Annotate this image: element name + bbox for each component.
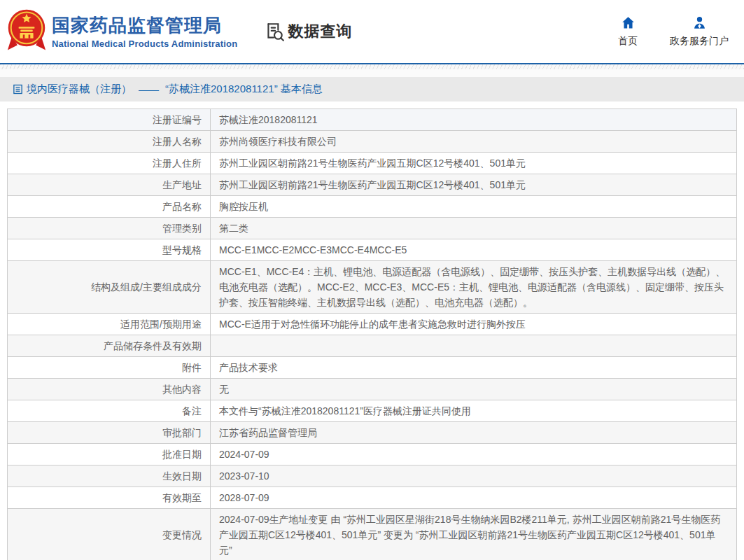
field-label: 管理类别 bbox=[8, 218, 211, 239]
table-row: 注册人名称苏州尚领医疗科技有限公司 bbox=[8, 131, 737, 153]
table-row: 批准日期2024-07-09 bbox=[8, 444, 737, 465]
site-header: 国家药品监督管理局 National Medical Products Admi… bbox=[0, 0, 744, 63]
field-label: 批准日期 bbox=[8, 444, 211, 465]
spacer bbox=[0, 102, 744, 108]
home-icon bbox=[621, 15, 636, 30]
registration-info-table: 注册证编号苏械注准20182081121注册人名称苏州尚领医疗科技有限公司注册人… bbox=[7, 108, 737, 560]
main-content: 注册证编号苏械注准20182081121注册人名称苏州尚领医疗科技有限公司注册人… bbox=[0, 108, 744, 560]
field-label: 生效日期 bbox=[8, 465, 211, 487]
table-row: 其他内容无 bbox=[8, 379, 737, 400]
field-label: 其他内容 bbox=[8, 379, 211, 400]
field-value: MCC-E1、MCC-E4：主机、锂电池、电源适配器（含电源线）、固定绷带、按压… bbox=[211, 261, 737, 314]
breadcrumb-separator: —— bbox=[139, 83, 158, 95]
registration-info-table-body: 注册证编号苏械注准20182081121注册人名称苏州尚领医疗科技有限公司注册人… bbox=[8, 109, 737, 560]
table-row: 型号规格MCC-E1MCC-E2MCC-E3MCC-E4MCC-E5 bbox=[8, 239, 737, 261]
field-value bbox=[211, 335, 737, 357]
table-row: 适用范围/预期用途MCC-E适用于对急性循环功能停止的成年患者实施急救时进行胸外… bbox=[8, 314, 737, 335]
field-label: 生产地址 bbox=[8, 174, 211, 196]
field-value: 江苏省药品监督管理局 bbox=[211, 422, 737, 444]
nav-gov-portal-label: 政务服务门户 bbox=[670, 35, 729, 48]
spacer bbox=[0, 69, 744, 77]
field-label: 注册证编号 bbox=[8, 109, 211, 131]
field-label: 型号规格 bbox=[8, 239, 211, 261]
hatch-band bbox=[0, 64, 744, 69]
field-value: 无 bbox=[211, 379, 737, 400]
field-value: 苏州尚领医疗科技有限公司 bbox=[211, 131, 737, 153]
field-value: 2028-07-09 bbox=[211, 487, 737, 509]
table-row: 生产地址苏州工业园区朝前路21号生物医药产业园五期C区12号楼401、501单元 bbox=[8, 174, 737, 196]
agency-title-block: 国家药品监督管理局 National Medical Products Admi… bbox=[52, 14, 237, 49]
field-label: 产品储存条件及有效期 bbox=[8, 335, 211, 357]
field-label: 审批部门 bbox=[8, 422, 211, 444]
field-value: 本文件与“苏械注准20182081121”医疗器械注册证共同使用 bbox=[211, 400, 737, 422]
field-value: 苏械注准20182081121 bbox=[211, 109, 737, 131]
field-value: 2023-07-10 bbox=[211, 465, 737, 487]
field-value: 产品技术要求 bbox=[211, 357, 737, 379]
nav-home-label: 首页 bbox=[618, 35, 638, 48]
table-row: 附件产品技术要求 bbox=[8, 357, 737, 379]
table-row: 审批部门江苏省药品监督管理局 bbox=[8, 422, 737, 444]
table-row: 产品名称胸腔按压机 bbox=[8, 196, 737, 218]
breadcrumb-current: “苏械注准20182081121” 基本信息 bbox=[165, 83, 323, 96]
page: 国家药品监督管理局 National Medical Products Admi… bbox=[0, 0, 744, 560]
field-label: 适用范围/预期用途 bbox=[8, 314, 211, 335]
field-value: 苏州工业园区朝前路21号生物医药产业园五期C区12号楼401、501单元 bbox=[211, 174, 737, 196]
field-value: 2024-07-09 bbox=[211, 444, 737, 465]
field-value: MCC-E1MCC-E2MCC-E3MCC-E4MCC-E5 bbox=[211, 239, 737, 261]
table-row: 结构及组成/主要组成成分MCC-E1、MCC-E4：主机、锂电池、电源适配器（含… bbox=[8, 261, 737, 314]
field-label: 注册人名称 bbox=[8, 131, 211, 153]
breadcrumb: 境内医疗器械（注册） —— “苏械注准20182081121” 基本信息 bbox=[0, 77, 744, 102]
table-row: 注册人住所苏州工业园区朝前路21号生物医药产业园五期C区12号楼401、501单… bbox=[8, 153, 737, 174]
field-value: 第二类 bbox=[211, 218, 737, 239]
nav-gov-portal[interactable]: 政务服务门户 bbox=[670, 15, 729, 48]
field-label: 结构及组成/主要组成成分 bbox=[8, 261, 211, 314]
user-icon bbox=[692, 15, 707, 30]
header-nav: 首页 政务服务门户 bbox=[618, 15, 729, 48]
table-row: 注册证编号苏械注准20182081121 bbox=[8, 109, 737, 131]
nav-home[interactable]: 首页 bbox=[618, 15, 638, 48]
table-row: 有效期至2028-07-09 bbox=[8, 487, 737, 509]
field-label: 产品名称 bbox=[8, 196, 211, 218]
field-value: MCC-E适用于对急性循环功能停止的成年患者实施急救时进行胸外按压 bbox=[211, 314, 737, 335]
field-value: 2024-07-09生产地址变更 由 “苏州工业园区星湖街218号生物纳米园B2… bbox=[211, 509, 737, 560]
field-label: 有效期至 bbox=[8, 487, 211, 509]
agency-title-cn: 国家药品监督管理局 bbox=[52, 14, 237, 36]
field-value: 苏州工业园区朝前路21号生物医药产业园五期C区12号楼401、501单元 bbox=[211, 153, 737, 174]
list-icon bbox=[13, 84, 23, 94]
breadcrumb-category[interactable]: 境内医疗器械（注册） bbox=[27, 83, 132, 96]
table-row: 备注本文件与“苏械注准20182081121”医疗器械注册证共同使用 bbox=[8, 400, 737, 422]
doc-search-icon bbox=[264, 21, 285, 42]
agency-title-en: National Medical Products Administration bbox=[52, 38, 237, 49]
field-label: 注册人住所 bbox=[8, 153, 211, 174]
table-row: 产品储存条件及有效期 bbox=[8, 335, 737, 357]
national-emblem-logo bbox=[7, 7, 46, 57]
table-row: 变更情况2024-07-09生产地址变更 由 “苏州工业园区星湖街218号生物纳… bbox=[8, 509, 737, 560]
data-query-label: 数据查询 bbox=[288, 21, 352, 42]
data-query-section[interactable]: 数据查询 bbox=[264, 21, 352, 42]
table-row: 管理类别第二类 bbox=[8, 218, 737, 239]
field-label: 附件 bbox=[8, 357, 211, 379]
table-row: 生效日期2023-07-10 bbox=[8, 465, 737, 487]
field-value: 胸腔按压机 bbox=[211, 196, 737, 218]
field-label: 备注 bbox=[8, 400, 211, 422]
field-label: 变更情况 bbox=[8, 509, 211, 560]
